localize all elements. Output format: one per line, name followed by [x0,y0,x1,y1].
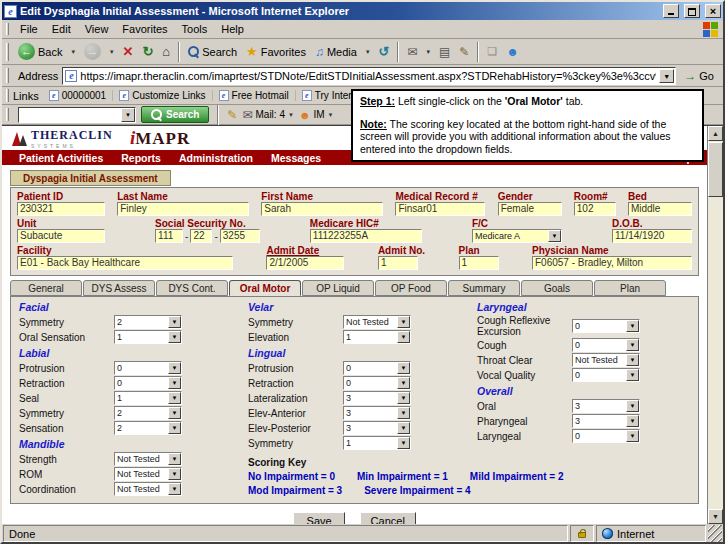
nav-patient-activities[interactable]: Patient Activities [10,152,112,164]
menu-help[interactable]: Help [214,21,251,37]
chevron-down-icon[interactable] [397,316,410,328]
nav-administration[interactable]: Administration [170,152,262,164]
mail-menu[interactable]: ✉ Mail: 4 ▼ [242,108,293,122]
tab-oral-motor[interactable]: Oral Motor [229,280,301,296]
field-dropdown-cough-reflexive-excursion[interactable]: 0 [572,319,640,333]
field-dropdown-elev-posterior[interactable]: 3 [343,421,411,435]
field-dropdown-cough[interactable]: 0 [572,338,640,352]
toolbar-grip[interactable] [6,43,9,61]
field-dropdown-laryngeal[interactable]: 0 [572,429,640,443]
menu-tools[interactable]: Tools [175,21,215,37]
chevron-down-icon[interactable] [397,437,410,449]
field-input[interactable]: F06057 - Bradley, Milton [532,256,692,270]
tab-dys-cont[interactable]: DYS Cont. [156,280,228,296]
resize-grip[interactable] [708,525,722,542]
mail-menu-button[interactable]: ▾ [422,46,434,57]
menu-favorites[interactable]: Favorites [115,21,174,37]
chevron-down-icon[interactable] [397,392,410,404]
menu-edit[interactable]: Edit [45,21,78,37]
forward-button[interactable]: → [80,41,105,62]
field-input[interactable]: 102 [574,202,616,216]
field-dropdown-oral[interactable]: 3 [572,399,640,413]
chevron-down-icon[interactable] [168,331,181,343]
field-dropdown-coordination[interactable]: Not Tested [114,482,182,496]
chevron-down-icon[interactable] [168,377,181,389]
chevron-down-icon[interactable] [168,483,181,495]
field-dropdown-symmetry[interactable]: Not Tested [343,315,411,329]
field-input[interactable]: 2/1/2005 [266,256,344,270]
field-input[interactable]: Female [498,202,562,216]
im-menu[interactable]: ☻ IM ▼ [299,109,334,121]
cancel-button[interactable]: Cancel [360,512,416,524]
home-button[interactable]: ⌂ [158,43,174,60]
tab-dys-assess[interactable]: DYS Assess [83,280,155,296]
field-dropdown-seal[interactable]: 1 [114,391,182,405]
chevron-down-icon[interactable] [397,377,410,389]
refresh-button[interactable]: ↻ [138,43,157,60]
toolbar-grip[interactable] [6,23,9,36]
media-menu-button[interactable]: ▾ [362,46,374,57]
field-dropdown-strength[interactable]: Not Tested [114,452,182,466]
chevron-down-icon[interactable] [397,422,410,434]
back-menu-button[interactable]: ▾ [67,46,79,57]
field-input[interactable]: 1 [378,256,418,270]
chevron-down-icon[interactable] [626,430,639,442]
toolbar-grip[interactable] [6,89,9,101]
chevron-down-icon[interactable] [548,230,561,242]
history-button[interactable]: ↺ [374,43,393,60]
field-dropdown-retraction[interactable]: 0 [114,376,182,390]
search-button[interactable]: Search [184,44,241,60]
field-dropdown-symmetry[interactable]: 1 [343,436,411,450]
highlighter-icon[interactable]: ✎ [227,108,237,122]
minimize-button[interactable] [663,4,679,18]
media-button[interactable]: ♫Media [311,44,361,60]
field-input[interactable]: Finley [117,202,249,216]
chevron-down-icon[interactable] [626,400,639,412]
field-dropdown-sensation[interactable]: 2 [114,421,182,435]
ssn-part-input[interactable]: 22 [190,229,212,243]
chevron-down-icon[interactable] [168,362,181,374]
field-dropdown-oral-sensation[interactable]: 1 [114,330,182,344]
menu-view[interactable]: View [78,21,116,37]
field-input[interactable]: Finsar01 [395,202,485,216]
field-input[interactable]: Sarah [261,202,383,216]
chevron-down-icon[interactable] [168,407,181,419]
mail-button[interactable]: ✉ [403,44,421,60]
chevron-down-icon[interactable] [168,422,181,434]
toolbar-search-input[interactable]: ▼ [18,107,136,123]
field-input[interactable]: Subacute [17,229,105,243]
maximize-button[interactable] [684,4,700,18]
field-input[interactable]: 230321 [17,202,105,216]
messenger-button[interactable]: ☻ [502,44,523,60]
tab-general[interactable]: General [10,280,82,296]
forward-menu-button[interactable]: ▾ [106,46,118,57]
link-customize-links[interactable]: eCustomize Links [113,90,212,101]
field-dropdown-elevation[interactable]: 1 [343,330,411,344]
link-00000001[interactable]: e00000001 [43,90,114,101]
tab-op-liquid[interactable]: OP Liquid [302,280,374,296]
edit-button[interactable]: ✎ [455,44,473,60]
field-dropdown-throat-clear[interactable]: Not Tested [572,353,640,367]
tab-plan[interactable]: Plan [594,280,666,296]
field-dropdown-rom[interactable]: Not Tested [114,467,182,481]
field-input[interactable]: E01 - Back Bay Healthcare [17,256,233,270]
field-dropdown-elev-anterior[interactable]: 3 [343,406,411,420]
address-dropdown-button[interactable]: ▼ [659,69,674,83]
field-dropdown[interactable]: Medicare A [472,229,562,243]
go-button[interactable]: → Go [680,68,720,84]
chevron-down-icon[interactable] [397,362,410,374]
chevron-down-icon[interactable] [626,320,639,332]
scroll-up-button[interactable]: ▲ [708,126,723,141]
toolbar-grip[interactable] [6,68,9,83]
chevron-down-icon[interactable] [626,339,639,351]
save-button[interactable]: Save [293,512,345,524]
field-dropdown-symmetry[interactable]: 2 [114,315,182,329]
field-label[interactable]: Admit Date [266,245,344,256]
field-dropdown-retraction[interactable]: 0 [343,376,411,390]
address-input[interactable]: e https://imapr.theraclin.com/imaprtest/… [62,67,676,85]
chevron-down-icon[interactable] [168,392,181,404]
field-input[interactable]: 1 [459,256,499,270]
vertical-scrollbar[interactable]: ▲ ▼ [707,126,723,524]
chevron-down-icon[interactable] [397,407,410,419]
chevron-down-icon[interactable] [168,453,181,465]
